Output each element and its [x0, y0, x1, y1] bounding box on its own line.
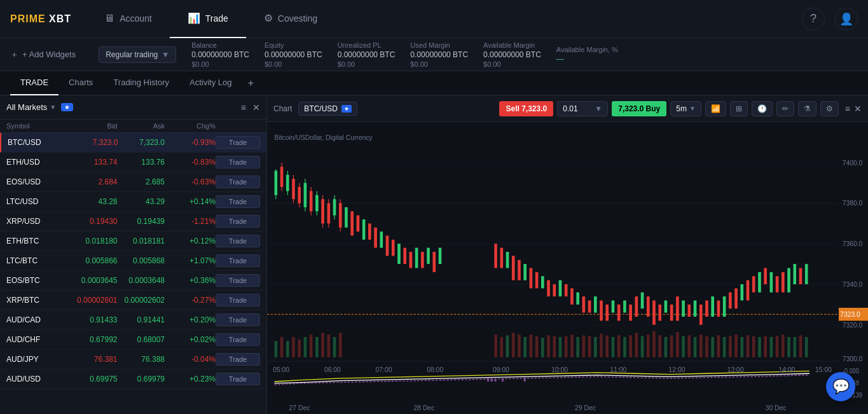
svg-text:07:00: 07:00 [376, 365, 392, 373]
chart-indicator-btn[interactable]: 📶 [705, 101, 726, 116]
svg-rect-113 [292, 337, 295, 357]
market-row[interactable]: XRP/USD 0.19430 0.19439 -1.21% Trade [0, 212, 266, 231]
chart-settings-btn[interactable]: ⚙ [820, 101, 839, 116]
svg-rect-51 [415, 248, 418, 268]
all-markets-selector[interactable]: All Markets ▼ [6, 102, 56, 112]
market-trade-button[interactable]: Trade [216, 156, 260, 169]
svg-rect-46 [386, 236, 389, 256]
svg-rect-95 [723, 296, 726, 317]
chart-label: Chart [273, 104, 292, 113]
market-trade-button[interactable]: Trade [216, 176, 260, 188]
tab-trade[interactable]: TRADE [10, 71, 59, 95]
svg-rect-66 [553, 284, 556, 296]
chart-pencil-btn[interactable]: ✏ [776, 101, 794, 116]
main-content: All Markets ▼ ★ ≡ ✕ Symbol Bid Ask Chg% … [0, 95, 868, 414]
sell-price-label: Sell 7,323.0 [506, 104, 547, 113]
svg-rect-138 [588, 336, 591, 357]
chart-close-icon[interactable]: ✕ [854, 104, 862, 114]
markets-menu-icon[interactable]: ≡ [241, 102, 246, 113]
chart-layout-btn[interactable]: ⊞ [730, 101, 748, 116]
svg-rect-73 [594, 296, 597, 313]
qty-value: 0.01 [563, 104, 577, 113]
svg-rect-120 [333, 337, 336, 357]
market-trade-button[interactable]: Trade [216, 195, 260, 208]
sell-button[interactable]: Sell 7,323.0 [499, 101, 553, 116]
svg-text:27 Dec: 27 Dec [289, 403, 310, 411]
market-row[interactable]: XRP/BTC 0.00002601 0.00002602 -0.27% Tra… [0, 291, 266, 310]
timeframe-selector[interactable]: 5m ▼ [670, 101, 701, 116]
market-row[interactable]: LTC/USD 43.28 43.29 +0.14% Trade [0, 192, 266, 212]
svg-rect-79 [629, 305, 632, 321]
market-trade-button[interactable]: Trade [216, 314, 260, 326]
svg-rect-106 [787, 268, 790, 293]
market-trade-button[interactable]: Trade [216, 254, 260, 267]
market-row[interactable]: AUD/CHF 0.67992 0.68007 +0.02% Trade [0, 330, 266, 350]
add-widgets-button[interactable]: ＋ + Add Widgets [10, 49, 76, 60]
market-bid: 0.0003645 [70, 276, 118, 285]
logo-xbt: XBT [46, 13, 71, 24]
add-tab-button[interactable]: + [242, 74, 260, 92]
nav-covesting[interactable]: ⚙ Covesting [246, 0, 335, 38]
market-row[interactable]: AUD/USD 0.69975 0.69979 +0.23% Trade [0, 369, 266, 389]
svg-rect-131 [547, 335, 550, 357]
tab-activity-log[interactable]: Activity Log [179, 71, 242, 95]
market-trade-button[interactable]: Trade [216, 373, 260, 385]
buy-button[interactable]: 7,323.0 Buy [612, 101, 666, 116]
chart-clock-btn[interactable]: 🕐 [752, 101, 773, 116]
help-button[interactable]: ? [802, 8, 825, 31]
market-row[interactable]: EOS/USD 2.684 2.685 -0.63% Trade [0, 172, 266, 192]
qty-dropdown-icon: ▼ [595, 104, 602, 113]
chat-button[interactable]: 💬 [826, 372, 855, 401]
svg-rect-80 [635, 296, 638, 317]
svg-text:7340.0: 7340.0 [843, 280, 863, 288]
market-row[interactable]: EOS/BTC 0.0003645 0.0003648 +0.36% Trade [0, 271, 266, 291]
markets-badge[interactable]: ★ [61, 103, 73, 111]
svg-rect-89 [688, 305, 691, 317]
tab-charts[interactable]: Charts [59, 71, 103, 95]
market-row[interactable]: ETH/USD 133.74 133.76 -0.83% Trade [0, 153, 266, 172]
used-margin-value: 0.00000000 BTC [410, 50, 468, 59]
chart-menu-icon[interactable]: ≡ [845, 104, 850, 114]
market-ask: 0.005868 [118, 256, 165, 265]
used-margin-usd: $0.00 [410, 60, 468, 68]
market-trade-button[interactable]: Trade [216, 274, 260, 287]
market-ask: 0.00002602 [118, 296, 165, 305]
market-symbol: AUD/JPY [6, 355, 70, 364]
account-button[interactable]: 👤 [835, 8, 858, 31]
market-row[interactable]: LTC/BTC 0.005866 0.005868 +1.07% Trade [0, 251, 266, 271]
market-row[interactable]: AUD/CAD 0.91433 0.91441 +0.20% Trade [0, 310, 266, 330]
pencil-icon: ✏ [782, 104, 789, 113]
market-trade-button[interactable]: Trade [216, 353, 260, 366]
trading-mode-selector[interactable]: Regular trading ▼ [99, 46, 176, 63]
chart-symbol-selector[interactable]: BTC/USD ★ [298, 102, 357, 116]
market-ask: 76.388 [118, 355, 165, 364]
nav-account[interactable]: 🖥 Account [86, 0, 170, 38]
chart-flask-btn[interactable]: ⚗ [798, 101, 816, 116]
svg-rect-170 [776, 336, 779, 357]
svg-rect-42 [362, 219, 366, 240]
col-chg: Chg% [165, 122, 216, 130]
tab-trade-label: TRADE [20, 78, 48, 87]
market-trade-button[interactable]: Trade [216, 215, 260, 228]
svg-rect-116 [310, 335, 313, 357]
market-trade-button[interactable]: Trade [216, 235, 260, 247]
balance-value: 0.00000000 BTC [191, 50, 249, 59]
nav-covesting-label: Covesting [278, 13, 317, 24]
svg-rect-142 [612, 337, 615, 357]
svg-rect-125 [512, 333, 515, 357]
market-trade-button[interactable]: Trade [216, 136, 260, 149]
svg-rect-150 [658, 335, 661, 357]
market-row[interactable]: BTC/USD 7,323.0 7,323.0 -0.93% Trade [0, 133, 266, 153]
svg-rect-123 [500, 337, 503, 357]
quantity-input[interactable]: 0.01 ▼ [557, 101, 608, 116]
tab-trading-history[interactable]: Trading History [103, 71, 179, 95]
market-trade-button[interactable]: Trade [216, 333, 260, 346]
markets-close-icon[interactable]: ✕ [252, 102, 260, 113]
market-trade-button[interactable]: Trade [216, 294, 260, 307]
chart-panel: Chart BTC/USD ★ Sell 7,323.0 0.01 ▼ 7,32… [267, 95, 868, 414]
account-icon: 🖥 [104, 13, 114, 24]
markets-panel-actions: ≡ ✕ [241, 102, 260, 113]
market-row[interactable]: ETH/BTC 0.018180 0.018181 +0.12% Trade [0, 231, 266, 251]
nav-trade[interactable]: 📊 Trade [170, 0, 246, 38]
market-row[interactable]: AUD/JPY 76.381 76.388 -0.04% Trade [0, 350, 266, 369]
